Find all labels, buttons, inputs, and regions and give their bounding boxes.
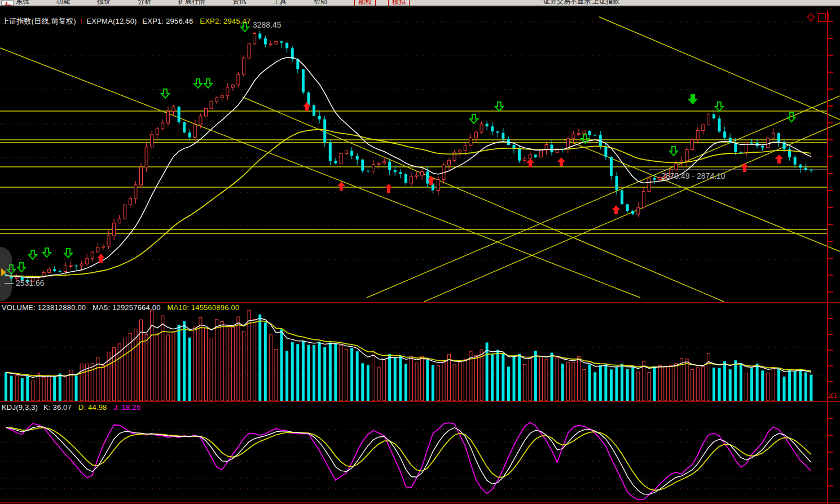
slideout-arrow-icon bbox=[1, 268, 6, 276]
volume-ma10-value: MA10: 145560896.00 bbox=[162, 303, 239, 312]
kdj-pane-header: KDJ(9,3,3) K: 36.07 D: 44.98 J: 18.25 bbox=[2, 403, 140, 412]
exp2-value: EXP2: 2945.47 bbox=[195, 17, 250, 25]
indicator-name[interactable]: EXPMA(12,50) bbox=[87, 17, 137, 25]
peak-price-label: 3288.45 bbox=[253, 21, 282, 29]
pane-scale-label: X1 bbox=[828, 391, 837, 400]
kdj-k-value: K: 36.07 bbox=[40, 403, 72, 412]
window-split-icon[interactable] bbox=[818, 13, 829, 22]
symbol-title: 上证指数(日线.前复权) bbox=[2, 17, 76, 25]
volume-ma-lines bbox=[6, 318, 811, 377]
candles-layer bbox=[5, 31, 812, 284]
last-range-label: 2870.49 - 2874.10 bbox=[661, 172, 725, 180]
kdj-lines bbox=[6, 422, 811, 499]
pane-borders-axis bbox=[0, 10, 840, 504]
kdj-d-value: D: 44.98 bbox=[74, 403, 107, 412]
kdj-j-value: J: 18.25 bbox=[109, 403, 140, 412]
price-pane-header: 上证指数(日线.前复权) ↑ EXPMA(12,50) EXP1: 2956.4… bbox=[2, 17, 250, 25]
volume-pane-header: VOLUME: 123812880.00 MA5: 129257664.00 M… bbox=[2, 303, 239, 312]
exp1-value: EXP1: 2956.46 bbox=[139, 17, 193, 25]
volume-bars-layer bbox=[5, 310, 812, 401]
volume-ma5-value: MA5: 129257664.00 bbox=[88, 303, 161, 312]
grid-layer bbox=[0, 22, 828, 489]
low-price-label: 2531.66 bbox=[16, 279, 45, 288]
kdj-name[interactable]: KDJ(9,3,3) bbox=[2, 403, 38, 412]
trading-terminal-window: 证券交易不显示 上证指数 系统功能报价分析扩展行情资讯工具帮助期权模拟 上证指数… bbox=[0, 0, 840, 504]
volume-value: VOLUME: 123812880.00 bbox=[2, 303, 86, 312]
trend-up-icon: ↑ bbox=[78, 16, 84, 25]
trendlines-layer bbox=[0, 17, 840, 302]
chart-canvas[interactable] bbox=[0, 0, 840, 504]
signal-arrows-layer bbox=[7, 23, 795, 274]
left-slideout-handle[interactable] bbox=[0, 247, 12, 301]
